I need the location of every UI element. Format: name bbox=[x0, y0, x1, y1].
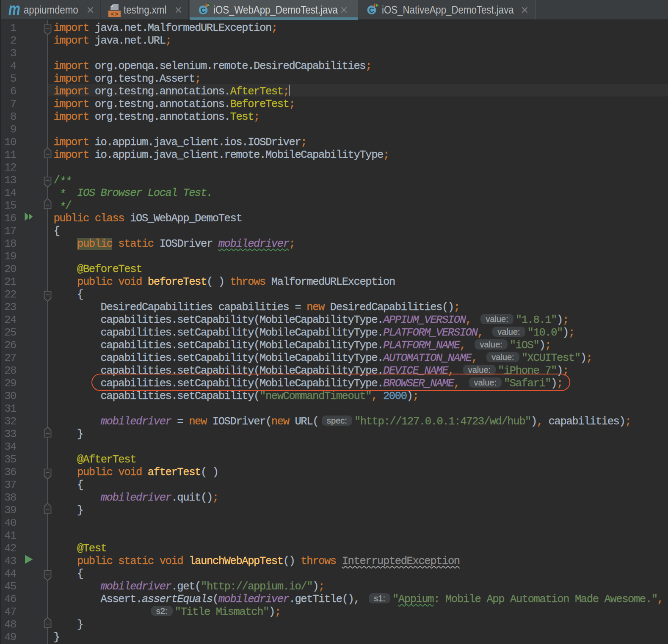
svg-text:C: C bbox=[201, 6, 206, 14]
svg-text:C: C bbox=[369, 6, 374, 14]
svg-text:<>: <> bbox=[110, 11, 118, 18]
